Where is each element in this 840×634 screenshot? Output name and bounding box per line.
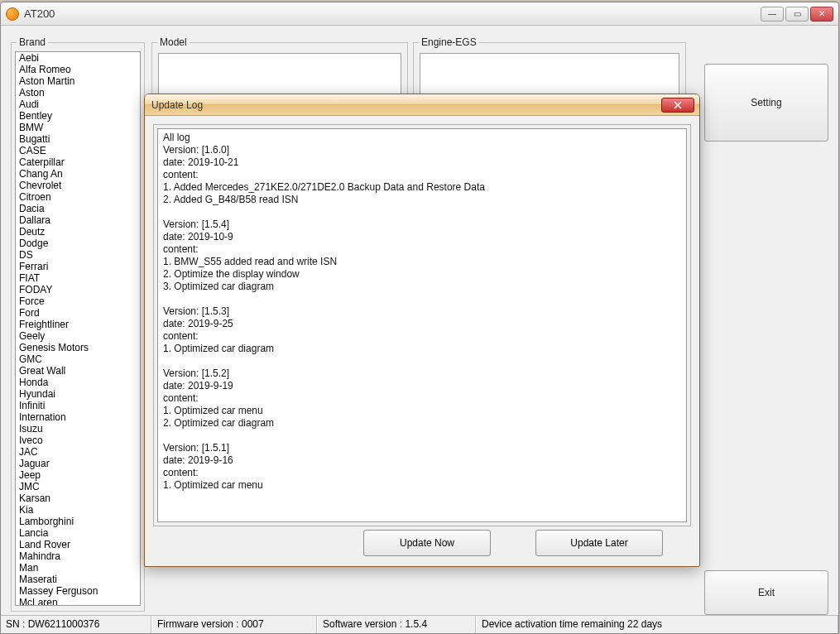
brand-item[interactable]: Infiniti	[16, 400, 140, 411]
status-firmware: Firmware version : 0007	[151, 616, 317, 633]
brand-item[interactable]: Dodge	[16, 238, 140, 249]
brand-item[interactable]: Isuzu	[16, 423, 140, 435]
brand-item[interactable]: Lamborghini	[16, 516, 140, 527]
brand-item[interactable]: Aston	[16, 87, 140, 98]
update-now-button[interactable]: Update Now	[363, 530, 491, 556]
titlebar[interactable]: AT200 — ▭ ✕	[1, 2, 838, 26]
brand-item[interactable]: Geely	[16, 330, 140, 342]
brand-item[interactable]: Ford	[16, 307, 140, 319]
brand-item[interactable]: Genesis Motors	[16, 342, 140, 353]
update-log-dialog: Update Log All log Version: [1.6.0] date…	[144, 94, 700, 567]
status-sn: SN : DW6211000376	[1, 616, 151, 633]
brand-item[interactable]: DS	[16, 249, 140, 261]
close-button[interactable]: ✕	[810, 7, 833, 22]
setting-button[interactable]: Setting	[704, 64, 828, 142]
brand-item[interactable]: Jeep	[16, 469, 140, 481]
brand-item[interactable]: Citroen	[16, 191, 140, 203]
brand-item[interactable]: JAC	[16, 446, 140, 458]
dialog-body: All log Version: [1.6.0] date: 2019-10-2…	[145, 116, 699, 566]
dialog-titlebar[interactable]: Update Log	[145, 94, 699, 116]
window-title: AT200	[24, 7, 759, 20]
brand-item[interactable]: Man	[16, 562, 140, 574]
brand-item[interactable]: Freightliner	[16, 319, 140, 330]
brand-label: Brand	[17, 36, 48, 48]
window-controls: — ▭ ✕	[759, 7, 833, 22]
brand-item[interactable]: Chevrolet	[16, 180, 140, 191]
close-icon	[674, 101, 682, 109]
brand-item[interactable]: Dallara	[16, 214, 140, 226]
brand-item[interactable]: Hyundai	[16, 388, 140, 400]
brand-item[interactable]: Kia	[16, 504, 140, 516]
app-icon	[6, 7, 19, 21]
brand-item[interactable]: Alfa Romeo	[16, 64, 140, 75]
brand-item[interactable]: Force	[16, 295, 140, 307]
brand-item[interactable]: Maserati	[16, 574, 140, 585]
brand-item[interactable]: BMW	[16, 122, 140, 133]
brand-item[interactable]: Lancia	[16, 527, 140, 539]
brand-item[interactable]: Land Rover	[16, 539, 140, 550]
minimize-button[interactable]: —	[761, 7, 784, 22]
brand-item[interactable]: Iveco	[16, 435, 140, 446]
brand-item[interactable]: Dacia	[16, 203, 140, 214]
status-software: Software version : 1.5.4	[317, 616, 476, 633]
brand-item[interactable]: JMC	[16, 481, 140, 492]
brand-item[interactable]: McLaren	[16, 597, 140, 606]
brand-item[interactable]: Massey Ferguson	[16, 585, 140, 597]
brand-item[interactable]: Mahindra	[16, 550, 140, 562]
brand-item[interactable]: Caterpillar	[16, 156, 140, 168]
brand-item[interactable]: Bugatti	[16, 133, 140, 145]
maximize-button[interactable]: ▭	[785, 7, 809, 22]
brand-item[interactable]: Audi	[16, 98, 140, 110]
brand-item[interactable]: Honda	[16, 377, 140, 388]
log-textarea[interactable]: All log Version: [1.6.0] date: 2019-10-2…	[157, 128, 687, 522]
brand-item[interactable]: FODAY	[16, 284, 140, 295]
brand-item[interactable]: GMC	[16, 353, 140, 365]
dialog-close-button[interactable]	[661, 98, 694, 113]
brand-item[interactable]: Jaguar	[16, 458, 140, 469]
brand-item[interactable]: CASE	[16, 145, 140, 156]
brand-item[interactable]: Chang An	[16, 168, 140, 180]
brand-item[interactable]: Great Wall	[16, 365, 140, 377]
brand-item[interactable]: FIAT	[16, 272, 140, 284]
brand-item[interactable]: Deutz	[16, 226, 140, 238]
brand-item[interactable]: Karsan	[16, 492, 140, 504]
brand-item[interactable]: Aebi	[16, 52, 140, 64]
model-label: Model	[157, 36, 190, 48]
exit-button[interactable]: Exit	[704, 570, 828, 615]
brand-item[interactable]: Bentley	[16, 110, 140, 122]
log-container: All log Version: [1.6.0] date: 2019-10-2…	[153, 124, 691, 526]
brand-group: Brand AebiAlfa RomeoAston MartinAstonAud…	[11, 42, 145, 612]
update-later-button[interactable]: Update Later	[535, 530, 663, 556]
dialog-title: Update Log	[151, 99, 661, 111]
engine-label: Engine-EGS	[419, 36, 479, 48]
status-activation: Device activation time remaining 22 days	[476, 616, 838, 633]
statusbar: SN : DW6211000376 Firmware version : 000…	[1, 615, 838, 633]
brand-listbox[interactable]: AebiAlfa RomeoAston MartinAstonAudiBentl…	[15, 51, 141, 606]
brand-item[interactable]: Internation	[16, 411, 140, 423]
brand-item[interactable]: Aston Martin	[16, 75, 140, 87]
brand-item[interactable]: Ferrari	[16, 261, 140, 272]
